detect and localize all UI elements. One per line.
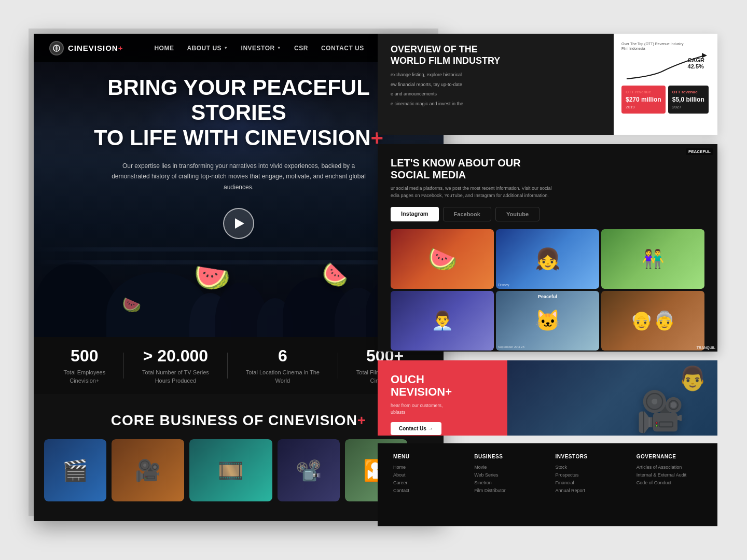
logo-area: CINEVISION+: [49, 41, 123, 55]
overview-text-3: e and announcements: [391, 91, 601, 98]
movie-thumb-3: 🎞️: [189, 439, 272, 501]
stat-divider: [123, 353, 124, 379]
footer-link-home[interactable]: Home: [393, 465, 459, 470]
footer-link-audit[interactable]: Internal & External Audit: [637, 472, 702, 478]
image-date: September 20 à 25: [498, 345, 524, 348]
footer-panel: MENU Home About Career Contact BUSINESS …: [378, 443, 717, 526]
person-icon: 👨: [678, 365, 707, 392]
footer-business: BUSINESS Movie Web Series Sinetron Film …: [474, 454, 540, 516]
tab-instagram[interactable]: Instagram: [391, 207, 439, 221]
footer-business-title: BUSINESS: [474, 454, 540, 459]
footer-link-filmdist[interactable]: Film Distributor: [474, 488, 540, 493]
cartoon-icon: 🍉: [428, 245, 457, 273]
nav-contact[interactable]: CONTACT US: [321, 45, 364, 52]
footer-link-movie[interactable]: Movie: [474, 465, 540, 470]
footer-investors: INVESTORS Stock Prospectus Financial Ann…: [556, 454, 621, 516]
play-icon: [235, 218, 244, 229]
footer-governance-title: GOVERNANCE: [637, 454, 702, 459]
image-label: Disney: [498, 283, 509, 287]
movie-thumb-1: 🎬: [44, 439, 106, 501]
touch-title: OUCHNEVISION+: [391, 373, 494, 398]
nav-about[interactable]: ABOUT US ▼: [187, 45, 228, 52]
social-title: LET'S KNOW ABOUT OURSOCIAL MEDIA: [391, 157, 704, 181]
tranquil-label: TRANQUIL: [697, 346, 704, 349]
social-image-4: 👨‍💼: [391, 291, 494, 351]
footer-link-stock[interactable]: Stock: [556, 465, 621, 470]
footer-link-codeofconduct[interactable]: Code of Conduct: [637, 480, 702, 485]
overview-text-1: exchange listing, explore historical: [391, 72, 601, 79]
footer-link-career[interactable]: Career: [393, 480, 459, 485]
stat-cinemas: 6 Total Location Cinema in TheWorld: [246, 346, 320, 385]
overview-panel: OVERVIEW OF THEWORLD FILM INDUSTRY excha…: [378, 34, 717, 135]
touch-contact-panel: OUCHNEVISION+ hear from our customers,ub…: [378, 360, 717, 436]
camera-person-visual: 🎥 👨: [614, 362, 707, 435]
overview-text-2: ew financial reports, tay up-to-date: [391, 81, 601, 89]
social-image-1: 🍉: [391, 229, 494, 289]
chart-visual: CAGR42.5%: [621, 53, 710, 81]
tab-youtube[interactable]: Youtube: [495, 207, 540, 221]
overview-content: OVERVIEW OF THEWORLD FILM INDUSTRY excha…: [378, 34, 614, 135]
footer-menu-title: MENU: [393, 454, 459, 459]
hero-title: BRING YOUR PEACEFUL STORIES TO LIFE WITH…: [65, 75, 412, 150]
footer-link-annualreport[interactable]: Annual Report: [556, 488, 621, 493]
camera-person-icon: 🎥: [636, 389, 685, 435]
stat-employees: 500 Total EmployeesCinevision+: [63, 346, 105, 385]
movie-thumb-4: 📽️: [278, 439, 340, 501]
logo-icon: [49, 41, 64, 55]
peaceful-title: Peaceful: [496, 294, 599, 299]
footer-investors-title: INVESTORS: [556, 454, 621, 459]
footer-menu: MENU Home About Career Contact: [393, 454, 459, 516]
nav-csr[interactable]: CSR: [294, 45, 308, 52]
ott-card-2019: OTT revenue $270 million 2019: [621, 86, 666, 114]
cartoon-icon: 👫: [642, 248, 665, 270]
social-image-5: 🐱 Peaceful September 20 à 25: [496, 291, 599, 351]
nav-investor[interactable]: INVESTOR ▼: [241, 45, 282, 52]
social-media-panel: LET'S KNOW ABOUT OURSOCIAL MEDIA ur soci…: [378, 144, 717, 352]
footer-link-about[interactable]: About: [393, 472, 459, 478]
overview-title: OVERVIEW OF THEWORLD FILM INDUSTRY: [391, 44, 601, 66]
contact-us-button[interactable]: Contact Us →: [391, 422, 441, 435]
social-desc: ur social media platforms, we post the m…: [391, 185, 704, 199]
footer-link-sinetron[interactable]: Sinetron: [474, 480, 540, 485]
social-header: LET'S KNOW ABOUT OURSOCIAL MEDIA ur soci…: [378, 144, 717, 207]
moon-icon: [52, 44, 61, 52]
social-image-6: 👴👵 TRANQUIL: [601, 291, 704, 351]
cagr-value: CAGR42.5%: [688, 57, 704, 69]
nav-links: HOME ABOUT US ▼ INVESTOR ▼ CSR CONTACT U…: [154, 45, 381, 52]
touch-desc: hear from our customers,ublasts: [391, 402, 494, 415]
footer-governance: GOVERNANCE Articles of Association Inter…: [637, 454, 702, 516]
touch-red-area: OUCHNEVISION+ hear from our customers,ub…: [378, 360, 507, 436]
overview-text-4: e cinematic magic and invest in the: [391, 101, 601, 108]
overview-chart: Over The Top (OTT) Revenue IndustryFilm …: [614, 34, 717, 135]
cartoon-icon: 🐱: [535, 309, 561, 333]
cartoon-icon: 👴👵: [630, 310, 676, 331]
cagr-label-text: Over The Top (OTT) Revenue IndustryFilm …: [621, 41, 710, 51]
cartoon-icon: 👧: [535, 247, 561, 271]
social-image-2: 👧 Disney: [496, 229, 599, 289]
movie-thumb-2: 🎥: [112, 439, 184, 501]
touch-image-area: 🎥 👨: [507, 360, 717, 436]
investor-chevron: ▼: [277, 46, 281, 50]
watermelon-decoration: 🍉: [122, 296, 141, 314]
logo-text: CINEVISION+: [68, 44, 123, 52]
play-button[interactable]: [223, 208, 254, 239]
cartoon-icon: 👨‍💼: [431, 310, 454, 331]
tab-facebook[interactable]: Facebook: [443, 207, 491, 221]
footer-link-contact[interactable]: Contact: [393, 488, 459, 493]
social-tabs: Instagram Facebook Youtube: [378, 207, 717, 221]
stat-tv-series: > 20.000 Total Number of TV SeriesHours …: [142, 346, 209, 385]
footer-link-financial[interactable]: Financial: [556, 480, 621, 485]
about-chevron: ▼: [224, 46, 228, 50]
ott-cards: OTT revenue $270 million 2019 OTT revenu…: [621, 86, 710, 114]
hero-subtitle: Our expertise lies in transforming your …: [109, 161, 368, 192]
footer-link-webseries[interactable]: Web Series: [474, 472, 540, 478]
social-image-3: 👫 PEACEFUL: [601, 229, 704, 289]
nav-home[interactable]: HOME: [154, 45, 174, 52]
ott-card-2027: OTT revenue $5,0 billion 2027: [668, 86, 709, 114]
stat-divider: [227, 353, 228, 379]
footer-link-articles[interactable]: Articles of Association: [637, 465, 702, 470]
stat-divider: [338, 353, 338, 379]
social-grid: 🍉 👧 Disney 👫 PEACEFUL 👨‍💼 🐱 Peaceful: [378, 229, 717, 351]
footer-link-prospectus[interactable]: Prospectus: [556, 472, 621, 478]
